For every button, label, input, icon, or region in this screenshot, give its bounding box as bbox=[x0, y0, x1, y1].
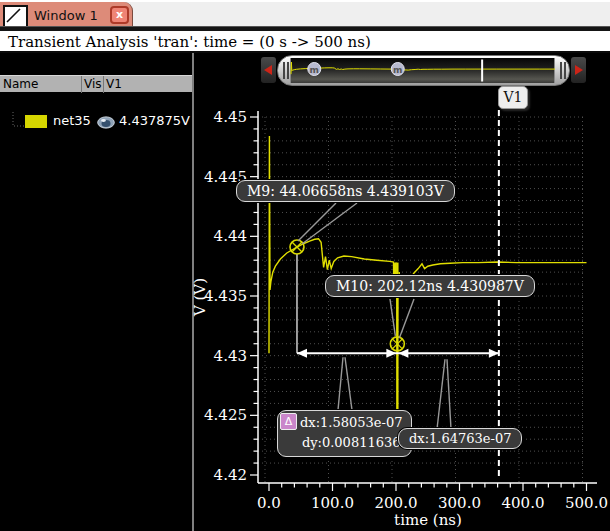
x-tick-label: 300.0 bbox=[438, 494, 481, 512]
x-axis-title: time (ns) bbox=[394, 511, 462, 529]
x-tick-label: 0.0 bbox=[257, 494, 281, 512]
x-tick-label: 500.0 bbox=[565, 494, 608, 512]
callout-line bbox=[298, 203, 336, 241]
arrowhead-icon bbox=[297, 349, 307, 358]
y-axis-title: V (V) bbox=[191, 278, 209, 317]
callout-line bbox=[447, 359, 451, 429]
delta-measurement-tooltip[interactable]: dx:1.58053e-07 dy:0.00811636 bbox=[277, 410, 412, 457]
callout-line bbox=[345, 357, 352, 410]
arrowhead-icon bbox=[489, 349, 499, 358]
y-tick-label: 4.44 bbox=[214, 227, 247, 245]
callout-line bbox=[338, 357, 343, 410]
delta-icon: Δ bbox=[280, 413, 297, 430]
trace-net35[interactable] bbox=[269, 136, 587, 353]
delta-dx-value: dx:1.58053e-07 bbox=[300, 413, 402, 433]
marker-m9-tooltip[interactable]: M9: 44.06658ns 4.439103V bbox=[236, 180, 455, 202]
delta2-measurement-tooltip[interactable]: dx:1.64763e-07 bbox=[398, 428, 522, 449]
callout-line bbox=[390, 299, 395, 336]
x-tick-label: 400.0 bbox=[502, 494, 545, 512]
marker-m10-tooltip[interactable]: M10: 202.12ns 4.430987V bbox=[325, 275, 535, 297]
x-tick-label: 200.0 bbox=[375, 494, 418, 512]
callout-line bbox=[437, 359, 445, 429]
y-tick-label: 4.43 bbox=[214, 347, 247, 365]
v1-cursor-flag[interactable]: V1 bbox=[498, 86, 528, 109]
y-tick-label: 4.42 bbox=[214, 466, 247, 484]
delta-dy-value: dy:0.00811636 bbox=[300, 433, 402, 453]
y-tick-label: 4.425 bbox=[204, 406, 247, 424]
y-tick-label: 4.45 bbox=[214, 108, 247, 126]
y-tick-label: 4.435 bbox=[204, 287, 247, 305]
delta2-dx-value: dx:1.64763e-07 bbox=[409, 431, 511, 446]
x-tick-label: 100.0 bbox=[311, 494, 354, 512]
